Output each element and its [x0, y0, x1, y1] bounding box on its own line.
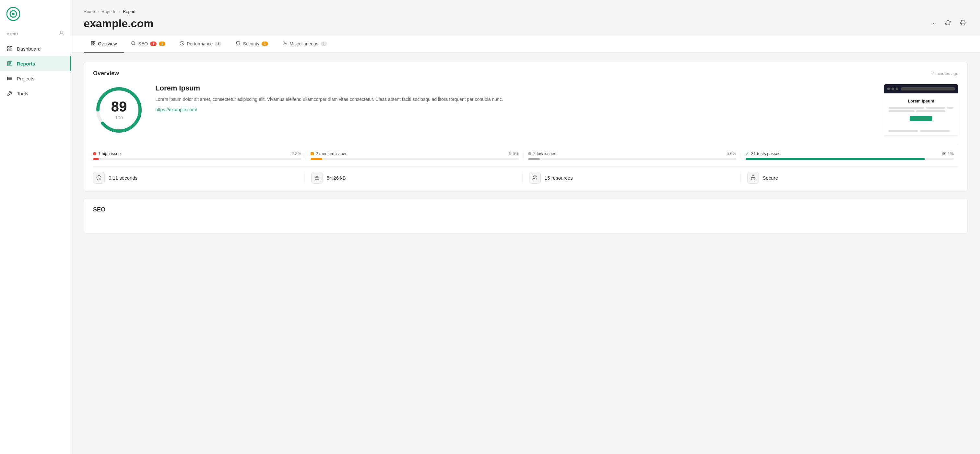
overview-icon — [91, 41, 95, 47]
projects-icon — [6, 75, 13, 82]
svg-line-21 — [135, 44, 135, 45]
issue-medium-text: 2 medium issues — [316, 151, 347, 156]
print-button[interactable] — [958, 19, 968, 29]
sidebar: MENU Dashboard — [0, 0, 71, 454]
site-description: Lorem ipsum dolor sit amet, consectetur … — [155, 96, 873, 103]
dashboard-icon — [6, 45, 13, 52]
issue-passed-text: 31 tests passed — [751, 151, 781, 156]
breadcrumb-home[interactable]: Home — [84, 9, 95, 14]
svg-rect-19 — [94, 44, 95, 45]
issue-medium-label: 2 medium issues — [310, 151, 347, 156]
sidebar-projects-label: Projects — [17, 76, 34, 81]
preview-line-1 — [889, 107, 924, 108]
reports-icon — [6, 60, 13, 67]
tab-overview[interactable]: Overview — [84, 36, 124, 53]
tabs-bar: Overview SEO 1 1 Performance 1 — [71, 36, 980, 53]
issue-high-bar — [93, 158, 301, 160]
issue-high: 1 high issue 2.8% — [93, 151, 306, 160]
more-options-button[interactable]: ··· — [929, 19, 938, 28]
issue-high-text: 1 high issue — [98, 151, 121, 156]
performance-badge: 1 — [215, 41, 221, 46]
preview-footer-block-1 — [889, 130, 918, 132]
metric-secure: Secure — [741, 172, 959, 183]
page-title: example.com — [84, 17, 153, 30]
overview-card: Overview 7 minutes ago 89 — [84, 62, 968, 192]
svg-point-29 — [535, 176, 537, 177]
seo-badge-1: 1 — [150, 41, 157, 46]
preview-dot-1 — [887, 88, 890, 90]
svg-point-23 — [284, 43, 286, 44]
issue-passed-header: ✓ 31 tests passed 86.1% — [746, 151, 954, 156]
issue-medium: 2 medium issues 5.6% — [306, 151, 523, 160]
tab-security-label: Security — [243, 41, 259, 46]
preview-dot-3 — [896, 88, 898, 90]
main-content: Home › Reports › Report example.com ··· — [71, 0, 980, 454]
metric-speed-value: 0.11 seconds — [108, 175, 137, 181]
svg-rect-15 — [961, 23, 964, 25]
high-dot-icon — [93, 152, 96, 155]
score-circle-wrapper: 89 100 — [93, 84, 145, 136]
security-icon — [236, 41, 240, 47]
breadcrumb-sep-1: › — [97, 9, 99, 14]
preview-dot-2 — [891, 88, 894, 90]
page-header: Home › Reports › Report example.com ··· — [71, 0, 980, 30]
tab-performance[interactable]: Performance 1 — [172, 36, 229, 53]
issue-passed: ✓ 31 tests passed 86.1% — [741, 151, 958, 160]
sidebar-item-reports[interactable]: Reports — [0, 56, 71, 71]
preview-line-group-2 — [889, 110, 953, 112]
resources-icon — [529, 172, 541, 183]
preview-footer — [884, 126, 958, 135]
issue-low-label: 2 low issues — [528, 151, 556, 156]
svg-rect-4 — [8, 46, 9, 48]
page-title-row: example.com ··· — [84, 17, 968, 30]
misc-icon — [282, 41, 287, 47]
tab-miscellaneous[interactable]: Miscellaneous 1 — [275, 36, 334, 53]
app-logo — [6, 7, 20, 21]
metric-resources: 15 resources — [523, 172, 741, 183]
sidebar-item-tools[interactable]: Tools — [0, 86, 71, 101]
preview-footer-block-2 — [920, 130, 950, 132]
metric-speed: 0.11 seconds — [93, 172, 305, 183]
tab-security[interactable]: Security 1 — [229, 36, 275, 53]
overview-body: 89 100 Lorem Ipsum Lorem ipsum dolor sit… — [93, 84, 958, 136]
tab-misc-label: Miscellaneous — [290, 41, 318, 46]
preview-line-group-1 — [889, 107, 953, 108]
issue-high-header: 1 high issue 2.8% — [93, 151, 301, 156]
score-text: 89 100 — [111, 100, 127, 120]
medium-dot-icon — [310, 152, 314, 155]
refresh-button[interactable] — [943, 19, 953, 29]
preview-line-3 — [947, 107, 953, 108]
issue-low: 2 low issues 5.6% — [523, 151, 741, 160]
issue-low-pct: 5.6% — [727, 151, 736, 156]
security-badge: 1 — [262, 41, 268, 46]
content-area: Overview 7 minutes ago 89 — [71, 53, 980, 249]
sidebar-item-dashboard[interactable]: Dashboard — [0, 41, 71, 56]
preview-line-4 — [889, 110, 915, 112]
secure-icon — [747, 172, 759, 183]
performance-icon — [180, 41, 185, 47]
svg-rect-16 — [91, 41, 93, 43]
sidebar-dashboard-label: Dashboard — [17, 46, 41, 51]
site-url[interactable]: https://example.com/ — [155, 107, 197, 112]
tab-seo[interactable]: SEO 1 1 — [124, 36, 172, 53]
preview-cta-button — [910, 116, 932, 121]
svg-point-28 — [534, 176, 535, 177]
header-actions: ··· — [929, 19, 968, 29]
issue-low-text: 2 low issues — [533, 151, 556, 156]
sidebar-item-projects[interactable]: Projects — [0, 71, 71, 86]
preview-browser-bar — [884, 84, 958, 93]
tools-icon — [6, 90, 13, 97]
metric-size-value: 54.26 kB — [327, 175, 346, 181]
seo-card: SEO — [84, 198, 968, 234]
preview-title: Lorem Ipsum — [889, 99, 953, 104]
seo-card-header: SEO — [93, 206, 958, 213]
issue-medium-fill — [310, 158, 322, 160]
breadcrumb-reports[interactable]: Reports — [102, 9, 116, 14]
issue-low-header: 2 low issues 5.6% — [528, 151, 736, 156]
svg-point-20 — [132, 41, 135, 45]
issue-high-pct: 2.8% — [291, 151, 301, 156]
user-icon[interactable] — [58, 30, 65, 38]
menu-label: MENU — [0, 28, 71, 41]
issue-passed-pct: 86.1% — [942, 151, 954, 156]
check-icon: ✓ — [746, 151, 749, 156]
